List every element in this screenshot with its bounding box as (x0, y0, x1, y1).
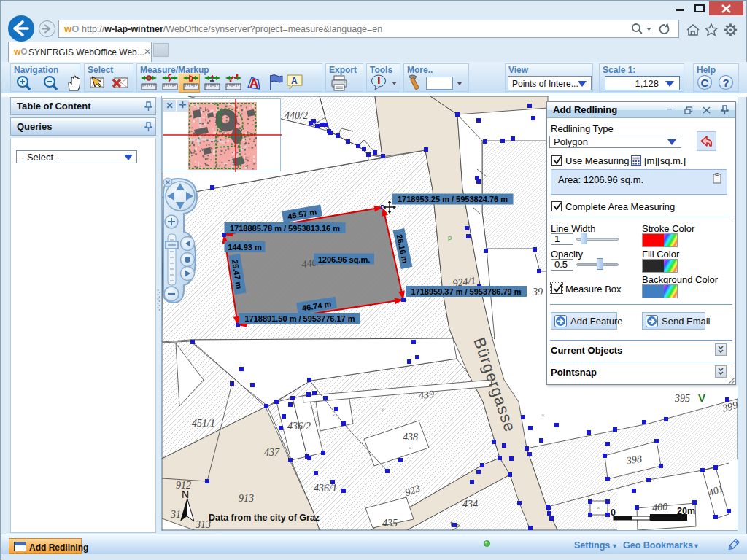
svg-text:1718959.37 m / 5953786.79 m: 1718959.37 m / 5953786.79 m (411, 287, 521, 296)
svg-text:437: 437 (264, 447, 280, 458)
svg-text:400: 400 (651, 501, 667, 513)
svg-text:×: × (409, 445, 412, 451)
svg-text:440/2: 440/2 (285, 110, 308, 121)
svg-text:×: × (381, 406, 384, 413)
svg-text:N: N (182, 489, 189, 500)
svg-text:438: 438 (403, 432, 418, 443)
svg-text:439: 439 (418, 389, 435, 401)
svg-text:A: A (291, 76, 298, 86)
svg-text:395: 395 (674, 393, 690, 404)
svg-text:913: 913 (239, 493, 254, 504)
svg-text:×: × (632, 469, 636, 475)
svg-text:1718885.78 m / 5953813.16 m: 1718885.78 m / 5953813.16 m (230, 224, 340, 233)
svg-text:1206.96 sq.m.: 1206.96 sq.m. (318, 255, 371, 264)
svg-text:×: × (332, 412, 336, 419)
svg-text:451/1: 451/1 (192, 418, 215, 429)
svg-text:V: V (698, 392, 705, 404)
svg-text:C: C (701, 77, 709, 89)
svg-text:p: p (448, 234, 452, 241)
svg-text:39: 39 (532, 287, 543, 298)
svg-text:144.93 m: 144.93 m (228, 243, 262, 252)
svg-text:435: 435 (382, 518, 398, 529)
svg-text:436/1: 436/1 (314, 483, 337, 494)
svg-text:434: 434 (462, 499, 478, 510)
svg-text:×: × (541, 412, 545, 419)
svg-text:436/2: 436/2 (287, 421, 311, 432)
svg-text:31: 31 (170, 509, 181, 520)
svg-text:1718953.25 m / 5953824.76 m: 1718953.25 m / 5953824.76 m (398, 195, 508, 203)
svg-text:398: 398 (625, 454, 643, 467)
svg-text:1718891.50 m / 5953776.17 m: 1718891.50 m / 5953776.17 m (244, 314, 355, 323)
svg-text:A: A (249, 77, 258, 90)
svg-text:×: × (597, 505, 600, 511)
svg-text:?: ? (723, 77, 729, 89)
svg-text:Data from the city of Graz: Data from the city of Graz (209, 513, 320, 523)
